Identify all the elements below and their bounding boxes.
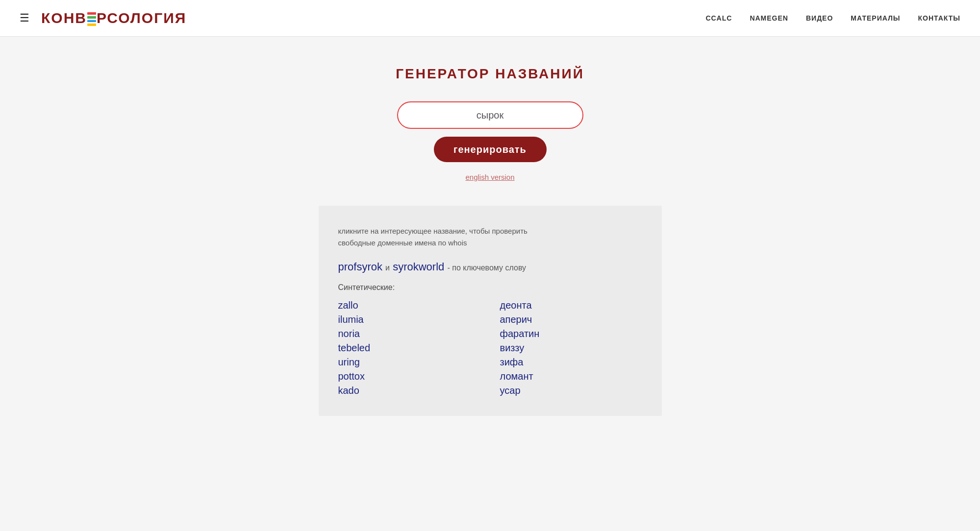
search-container: генерировать english version <box>397 101 583 181</box>
header: ☰ КОНВ РСОЛОГИЯ CCALC NAMEGEN ВИДЕО МАТЕ… <box>0 0 980 37</box>
name-right-1[interactable]: аперич <box>500 314 642 325</box>
logo-text-before: КОНВ <box>41 10 87 26</box>
names-grid: zallo деонта ilumia аперич noria фаратин… <box>338 300 642 396</box>
nav-namegen[interactable]: NAMEGEN <box>750 14 788 22</box>
name-right-2[interactable]: фаратин <box>500 328 642 339</box>
nav-video[interactable]: ВИДЕО <box>806 14 833 22</box>
page-title: ГЕНЕРАТОР НАЗВАНИЙ <box>396 66 584 82</box>
name-right-3[interactable]: виззу <box>500 342 642 354</box>
name-left-0[interactable]: zallo <box>338 300 480 311</box>
hamburger-icon[interactable]: ☰ <box>20 13 29 24</box>
keyword-suffix-text: - по ключевому слову <box>447 264 526 272</box>
logo-e-icon <box>87 12 96 26</box>
synthetic-label: Синтетические: <box>338 283 642 292</box>
search-input[interactable] <box>397 101 583 129</box>
name-left-4[interactable]: uring <box>338 357 480 368</box>
nav-ccalc[interactable]: CCALC <box>705 14 732 22</box>
generate-button[interactable]: генерировать <box>434 137 547 162</box>
name-left-5[interactable]: pottox <box>338 371 480 382</box>
name-left-2[interactable]: noria <box>338 328 480 339</box>
logo-text-after: РСОЛОГИЯ <box>97 10 186 26</box>
nav-contacts[interactable]: КОНТАКТЫ <box>918 14 960 22</box>
keyword-name2[interactable]: syrokworld <box>393 261 444 273</box>
nav: CCALC NAMEGEN ВИДЕО МАТЕРИАЛЫ КОНТАКТЫ <box>705 14 960 22</box>
name-left-6[interactable]: kado <box>338 385 480 396</box>
nav-materials[interactable]: МАТЕРИАЛЫ <box>851 14 900 22</box>
english-version-link[interactable]: english version <box>465 173 514 181</box>
logo[interactable]: КОНВ РСОЛОГИЯ <box>41 10 186 26</box>
name-right-6[interactable]: усар <box>500 385 642 396</box>
name-right-0[interactable]: деонта <box>500 300 642 311</box>
keyword-section: profsyrok и syrokworld - по ключевому сл… <box>338 261 642 273</box>
keyword-connector: и <box>385 264 390 272</box>
name-right-4[interactable]: зифа <box>500 357 642 368</box>
name-left-3[interactable]: tebeled <box>338 342 480 354</box>
header-left: ☰ КОНВ РСОЛОГИЯ <box>20 10 186 26</box>
results-area: кликните на интересующее название, чтобы… <box>319 206 662 416</box>
keyword-names: profsyrok и syrokworld - по ключевому сл… <box>338 261 527 273</box>
main-content: ГЕНЕРАТОР НАЗВАНИЙ генерировать english … <box>0 37 980 416</box>
name-right-5[interactable]: ломант <box>500 371 642 382</box>
name-left-1[interactable]: ilumia <box>338 314 480 325</box>
keyword-name1[interactable]: profsyrok <box>338 261 382 273</box>
hint-text: кликните на интересующее название, чтобы… <box>338 225 642 249</box>
